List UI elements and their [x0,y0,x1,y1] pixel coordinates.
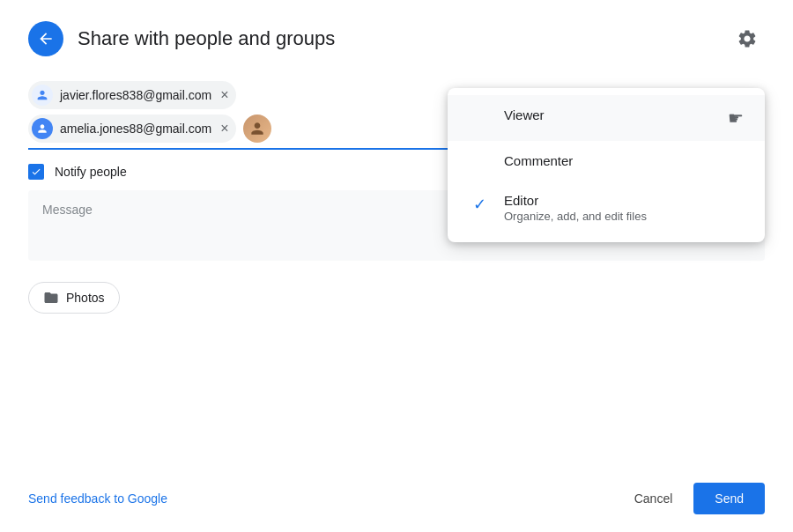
notify-label: Notify people [55,165,127,179]
editor-check: ✓ [469,193,490,214]
dropdown-item-viewer[interactable]: Viewer ☛ [448,95,765,141]
commenter-item-text: Commenter [504,153,744,168]
cancel-button[interactable]: Cancel [620,483,687,514]
feedback-link[interactable]: Send feedback to Google [28,491,167,506]
amelia-email: amelia.jones88@gmail.com [60,122,211,136]
partial-avatar [243,115,271,143]
checkmark-icon [31,166,41,177]
dialog-footer: Send feedback to Google Cancel Send [28,476,765,514]
chip-javier: javier.flores838@gmail.com × [28,81,236,109]
amelia-chip-close[interactable]: × [220,122,228,136]
photos-label: Photos [66,291,105,305]
back-arrow-icon [37,30,55,48]
editor-item-text: Editor Organize, add, and edit files [504,193,744,223]
checkmark-selected-icon: ✓ [473,195,486,214]
viewer-title: Viewer [504,107,714,122]
javier-chip-close[interactable]: × [220,88,228,102]
gear-icon [737,28,758,49]
notify-checkbox[interactable] [28,164,44,180]
amelia-avatar [32,118,53,139]
photos-row: Photos [28,282,765,314]
dropdown-item-editor[interactable]: ✓ Editor Organize, add, and edit files [448,181,765,235]
footer-buttons: Cancel Send [620,483,765,514]
message-placeholder: Message [42,203,93,217]
dropdown-item-commenter[interactable]: Commenter [448,141,765,181]
javier-avatar [32,85,53,106]
photos-chip[interactable]: Photos [28,282,120,314]
editor-title: Editor [504,193,744,208]
chip-amelia: amelia.jones88@gmail.com × [28,115,236,143]
viewer-item-text: Viewer [504,107,714,122]
editor-subtitle: Organize, add, and edit files [504,210,744,223]
settings-button[interactable] [730,21,765,56]
dialog-title: Share with people and groups [78,27,335,50]
share-dialog: Share with people and groups javier.flor… [0,0,793,532]
folder-icon [43,290,59,306]
javier-email: javier.flores838@gmail.com [60,88,211,102]
folder-svg-icon [43,290,59,306]
viewer-check-space [469,107,490,109]
person-icon [35,88,49,102]
header-left: Share with people and groups [28,21,335,56]
commenter-check-space [469,153,490,155]
cursor-hand-icon: ☛ [728,107,744,129]
amelia-person-icon [36,122,48,135]
back-button[interactable] [28,21,63,56]
send-button[interactable]: Send [693,483,765,514]
dialog-header: Share with people and groups [28,21,765,56]
commenter-title: Commenter [504,153,744,168]
role-dropdown-menu: Viewer ☛ Commenter ✓ Editor Organize, ad… [448,88,765,242]
face-icon [248,120,266,137]
